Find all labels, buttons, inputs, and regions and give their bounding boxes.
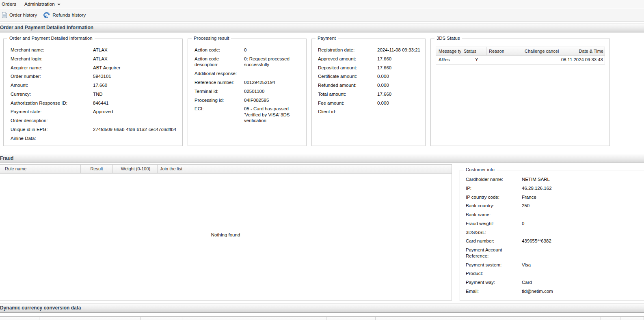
field-row: Reference number: 001294252194 bbox=[194, 79, 303, 86]
toolbar-separator bbox=[92, 11, 92, 19]
field-row: Unique id in EPG: 274fd509-66ab-4fd6-b1a… bbox=[11, 127, 180, 133]
customer-info-rows: Cardholder name: NETIM SARL IP: 46.29.12… bbox=[460, 170, 644, 294]
column-header[interactable]: Message type bbox=[436, 47, 461, 55]
refund-arrow-icon bbox=[43, 12, 50, 18]
field-row: Certificate amount: 0.000 bbox=[318, 73, 423, 79]
section-header-dcc: Dynamic currency conversion data bbox=[0, 303, 644, 313]
field-value: 439655**6382 bbox=[522, 238, 644, 244]
column-header[interactable]: Rule name bbox=[0, 165, 81, 173]
field-label: Client id: bbox=[318, 109, 377, 115]
field-label: Card number: bbox=[466, 238, 522, 244]
payment-legend: Payment bbox=[316, 36, 338, 41]
field-label: Unique id in EPG: bbox=[11, 127, 93, 133]
field-label: Action code: bbox=[194, 47, 244, 53]
column-header[interactable]: Date & Time bbox=[576, 47, 605, 55]
dcc-column bbox=[326, 317, 347, 320]
refunds-history-button[interactable]: Refunds history bbox=[40, 11, 89, 19]
field-row: Payment state: Approved bbox=[11, 109, 180, 115]
processing-result-legend: Processing result bbox=[192, 36, 231, 41]
field-value: 846441 bbox=[93, 100, 180, 106]
payment-fieldset: Payment Registration date: 2024-11-08 09… bbox=[311, 39, 426, 146]
fraud-grid-body: Nothing found bbox=[0, 174, 452, 301]
field-label: Order description: bbox=[11, 118, 93, 124]
field-label: Refunded amount: bbox=[318, 82, 377, 88]
field-row: Deposited amount: 17.660 bbox=[318, 65, 423, 71]
field-row: IP: 46.29.126.162 bbox=[466, 185, 644, 191]
field-value: ATLAX bbox=[93, 47, 180, 53]
field-row: IP country code: France bbox=[466, 194, 644, 200]
field-value: Approved bbox=[93, 109, 180, 115]
field-value bbox=[244, 71, 303, 77]
field-label: Cardholder name: bbox=[466, 176, 522, 183]
three-ds-legend: 3DS Status bbox=[434, 36, 462, 41]
field-label: Currency: bbox=[11, 91, 93, 97]
dcc-column bbox=[376, 317, 416, 320]
field-row: Fee amount: 0.000 bbox=[318, 100, 423, 106]
fraud-grid-header: Rule name Result Weight (0-100) Join the… bbox=[0, 164, 452, 174]
column-header[interactable]: Status bbox=[461, 47, 486, 55]
order-info-rows: Merchant name: ATLAX Merchant login: ATL… bbox=[4, 39, 182, 141]
field-row: ECI: 05 - Card has passed ‘Verified by V… bbox=[194, 106, 303, 124]
dcc-column bbox=[518, 317, 559, 320]
field-label: ECI: bbox=[194, 106, 244, 124]
cell-status: Y bbox=[473, 56, 498, 64]
section-title: Fraud bbox=[0, 155, 13, 161]
field-row: Additional response: bbox=[194, 71, 303, 77]
section-title: Order and Payment Detailed Information bbox=[0, 25, 93, 30]
field-row: Bank country: 250 bbox=[466, 203, 644, 209]
dcc-column bbox=[182, 317, 265, 320]
field-row: Total amount: 17.660 bbox=[318, 91, 423, 97]
field-value: France bbox=[522, 194, 644, 200]
field-value: 04IF082595 bbox=[244, 97, 303, 103]
menu-item-orders[interactable]: Orders bbox=[0, 0, 20, 8]
customer-info-legend: Customer info bbox=[464, 167, 497, 172]
order-history-button[interactable]: Order history bbox=[0, 11, 40, 19]
field-label: Processing id: bbox=[194, 97, 244, 103]
column-header[interactable]: Join the list bbox=[158, 165, 184, 173]
field-value: 5943101 bbox=[93, 73, 180, 79]
section-title: Dynamic currency conversion data bbox=[0, 305, 81, 311]
field-row: Payment Account Reference: bbox=[466, 247, 644, 259]
column-header[interactable]: Result bbox=[81, 165, 113, 173]
field-value bbox=[93, 135, 180, 142]
order-info-fieldset: Order and Payment Detailed Information M… bbox=[3, 39, 183, 146]
field-row: Amount: 17.660 bbox=[11, 82, 180, 88]
toolbar: Order history Refunds history bbox=[0, 9, 644, 22]
cell-challenge-cancel bbox=[523, 56, 559, 64]
field-label: 3DS/SSL: bbox=[466, 230, 522, 236]
field-row: Client id: bbox=[318, 109, 423, 115]
field-row: Acquirer name: ABT Acquirer bbox=[11, 65, 180, 71]
column-header[interactable]: Reason bbox=[486, 47, 522, 55]
column-header[interactable]: Challenge cancel bbox=[522, 47, 576, 55]
menu-item-administration[interactable]: Administration bbox=[20, 0, 65, 8]
field-row: Refunded amount: 0.000 bbox=[318, 82, 423, 88]
field-row: Email: tld@netim.com bbox=[466, 288, 644, 294]
table-row[interactable]: ARes Y 08.11.2024 09:33:43 bbox=[436, 56, 605, 64]
field-value: 250 bbox=[522, 203, 644, 209]
field-label: Reference number: bbox=[194, 79, 244, 86]
three-ds-status-fieldset: 3DS Status Message type Status Reason Ch… bbox=[430, 39, 610, 146]
dcc-column bbox=[265, 317, 306, 320]
field-label: IP country code: bbox=[466, 194, 522, 200]
field-label: Merchant name: bbox=[11, 47, 93, 53]
dcc-column bbox=[39, 317, 141, 320]
three-ds-grid: Message type Status Reason Challenge can… bbox=[436, 47, 605, 64]
dcc-grid-header-clipped bbox=[0, 316, 644, 320]
column-header[interactable]: Weight (0-100) bbox=[113, 165, 158, 173]
field-value: 001294252194 bbox=[244, 79, 303, 86]
field-value: NETIM SARL bbox=[522, 176, 644, 183]
three-ds-grid-body: ARes Y 08.11.2024 09:33:43 bbox=[436, 56, 605, 64]
field-row: Cardholder name: NETIM SARL bbox=[466, 176, 644, 183]
field-value: 02501100 bbox=[244, 88, 303, 94]
field-label: Email: bbox=[466, 288, 522, 294]
field-row: Fraud weight: 0 bbox=[466, 221, 644, 227]
dcc-column bbox=[559, 317, 601, 320]
customer-info-fieldset: Customer info Cardholder name: NETIM SAR… bbox=[460, 170, 644, 301]
field-row: Action code description: 0: Request proc… bbox=[194, 56, 303, 68]
field-value bbox=[522, 271, 644, 277]
processing-result-rows: Action code: 0 Action code description: … bbox=[188, 39, 306, 124]
field-value: 46.29.126.162 bbox=[522, 185, 644, 191]
field-label: Payment system: bbox=[466, 262, 522, 268]
field-label: Fee amount: bbox=[318, 100, 377, 106]
field-label: Fraud weight: bbox=[466, 221, 522, 227]
